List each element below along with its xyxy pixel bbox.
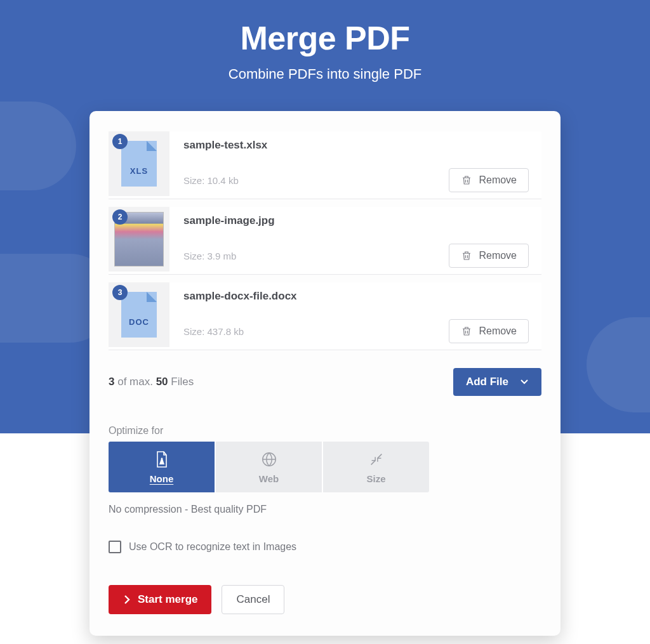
file-row[interactable]: 3 DOC sample-docx-file.docx Size: 437.8 … bbox=[109, 282, 541, 350]
page-subtitle: Combine PDFs into single PDF bbox=[0, 66, 650, 82]
optimize-for-label: Optimize for bbox=[109, 425, 541, 437]
cancel-button[interactable]: Cancel bbox=[222, 585, 284, 614]
file-row[interactable]: 2 sample-image.jpg Size: 3.9 mb Remove bbox=[109, 207, 541, 275]
trash-icon bbox=[461, 325, 472, 338]
add-file-button[interactable]: Add File bbox=[453, 368, 541, 396]
file-extension-label: XLS bbox=[121, 166, 157, 176]
xls-file-icon: XLS bbox=[121, 141, 157, 187]
chevron-right-icon bbox=[123, 595, 131, 605]
remove-button[interactable]: Remove bbox=[449, 244, 529, 268]
ocr-label: Use OCR to recognize text in Images bbox=[129, 541, 296, 553]
svg-point-0 bbox=[161, 457, 162, 459]
trash-icon bbox=[461, 174, 472, 187]
file-row[interactable]: 1 XLS sample-test.xlsx Size: 10.4 kb bbox=[109, 131, 541, 199]
remove-label: Remove bbox=[479, 174, 517, 186]
optimize-option-web[interactable]: Web bbox=[216, 442, 323, 492]
file-thumbnail: 1 XLS bbox=[109, 131, 169, 196]
cloud-decoration bbox=[0, 102, 76, 190]
file-index-badge: 3 bbox=[112, 285, 128, 300]
remove-button[interactable]: Remove bbox=[449, 168, 529, 192]
optimize-none-label: None bbox=[150, 473, 174, 484]
page-title: Merge PDF bbox=[0, 0, 650, 57]
file-thumbnail: 3 DOC bbox=[109, 282, 169, 347]
file-index-badge: 1 bbox=[112, 134, 128, 149]
optimize-segmented-control: None Web Size bbox=[109, 442, 429, 492]
cloud-decoration bbox=[587, 317, 650, 412]
file-name: sample-test.xlsx bbox=[183, 139, 529, 152]
file-extension-label: DOC bbox=[121, 317, 157, 327]
file-size: Size: 3.9 mb bbox=[183, 251, 236, 261]
optimize-description: No compression - Best quality PDF bbox=[109, 504, 541, 515]
file-name: sample-image.jpg bbox=[183, 214, 529, 227]
chevron-down-icon bbox=[520, 379, 529, 385]
file-size: Size: 437.8 kb bbox=[183, 326, 244, 337]
file-counter: 3 of max. 50 Files bbox=[109, 376, 194, 388]
remove-label: Remove bbox=[479, 325, 517, 337]
remove-button[interactable]: Remove bbox=[449, 319, 529, 343]
file-index-badge: 2 bbox=[112, 209, 128, 225]
start-merge-button[interactable]: Start merge bbox=[109, 585, 211, 614]
file-thumbnail: 2 bbox=[109, 207, 169, 272]
file-name: sample-docx-file.docx bbox=[183, 290, 529, 303]
file-size: Size: 10.4 kb bbox=[183, 175, 239, 186]
remove-label: Remove bbox=[479, 250, 517, 261]
trash-icon bbox=[461, 249, 472, 262]
add-file-label: Add File bbox=[466, 376, 508, 388]
doc-file-icon: DOC bbox=[121, 292, 157, 338]
optimize-option-size[interactable]: Size bbox=[323, 442, 429, 492]
cancel-label: Cancel bbox=[236, 593, 270, 605]
optimize-option-none[interactable]: None bbox=[109, 442, 216, 492]
ocr-checkbox[interactable] bbox=[109, 541, 121, 553]
compress-icon bbox=[368, 450, 385, 468]
optimize-size-label: Size bbox=[366, 473, 385, 484]
start-merge-label: Start merge bbox=[138, 593, 197, 606]
merge-card: 1 XLS sample-test.xlsx Size: 10.4 kb bbox=[90, 111, 560, 636]
pdf-file-icon bbox=[154, 450, 170, 468]
optimize-web-label: Web bbox=[259, 473, 279, 484]
globe-icon bbox=[261, 450, 277, 468]
